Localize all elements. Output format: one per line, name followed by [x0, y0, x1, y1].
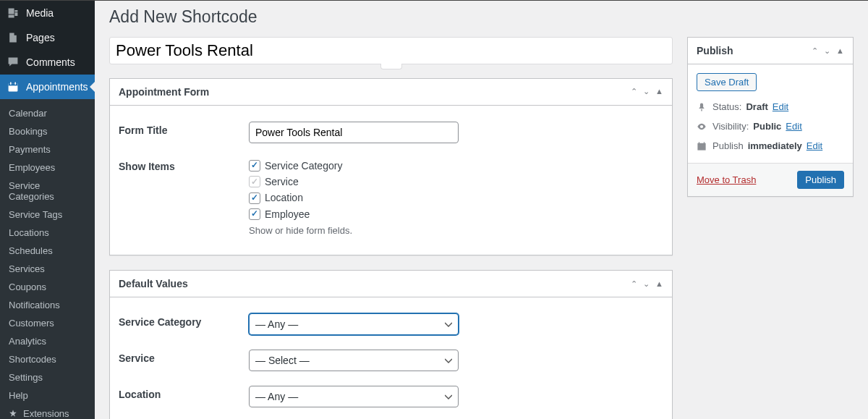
page-title: Add New Shortcode — [109, 1, 854, 30]
publish-button[interactable]: Publish — [797, 171, 844, 189]
collapse-icon[interactable]: ▲ — [836, 46, 844, 56]
submenu-settings[interactable]: Settings — [0, 368, 95, 386]
show-items-label: Show Items — [119, 158, 249, 237]
checkbox-service-category[interactable] — [249, 160, 260, 172]
sidebar-item-pages[interactable]: Pages — [0, 25, 95, 50]
box-title: Appointment Form — [110, 79, 218, 105]
svg-rect-2 — [10, 82, 12, 85]
sidebar-label: Appointments — [26, 81, 88, 93]
show-items-help: Show or hide form fields. — [249, 225, 663, 236]
save-draft-button[interactable]: Save Draft — [697, 73, 757, 91]
submenu-analytics[interactable]: Analytics — [0, 332, 95, 350]
submenu-service-categories[interactable]: Service Categories — [0, 177, 95, 206]
submenu-customers[interactable]: Customers — [0, 314, 95, 332]
edit-schedule-link[interactable]: Edit — [807, 140, 822, 151]
submenu-notifications[interactable]: Notifications — [0, 296, 95, 314]
collapse-icon[interactable]: ▲ — [655, 87, 663, 96]
admin-sidebar: Media Pages Comments Appointments Calend… — [0, 1, 95, 419]
dv-service-category-label: Service Category — [119, 313, 249, 335]
default-values-box: Default Values ⌃ ⌄ ▲ Service Category — … — [109, 270, 673, 419]
move-up-icon[interactable]: ⌃ — [631, 87, 637, 96]
page-icon — [6, 30, 20, 45]
checkbox-service[interactable] — [249, 176, 260, 187]
sidebar-label: Media — [26, 7, 54, 19]
svg-rect-4 — [697, 143, 705, 150]
pin-icon — [697, 102, 708, 112]
checkbox-location[interactable] — [249, 192, 260, 204]
publish-box: Publish ⌃ ⌄ ▲ Save Draft Status: Draft E… — [687, 37, 854, 197]
submenu-locations[interactable]: Locations — [0, 224, 95, 242]
sidebar-item-comments[interactable]: Comments — [0, 50, 95, 75]
submenu-coupons[interactable]: Coupons — [0, 278, 95, 296]
form-title-label: Form Title — [119, 122, 249, 143]
move-up-icon[interactable]: ⌃ — [812, 46, 818, 56]
submenu-calendar[interactable]: Calendar — [0, 104, 95, 122]
sidebar-submenu: Calendar Bookings Payments Employees Ser… — [0, 99, 95, 419]
dv-location-select[interactable]: — Any — — [249, 386, 459, 407]
sidebar-label: Pages — [26, 32, 55, 43]
move-down-icon[interactable]: ⌄ — [824, 46, 830, 56]
checkbox-employee[interactable] — [249, 208, 260, 220]
dv-service-select[interactable]: — Select — — [249, 350, 459, 371]
submenu-payments[interactable]: Payments — [0, 140, 95, 158]
eye-icon — [697, 122, 708, 132]
calendar-icon — [6, 80, 20, 94]
submenu-employees[interactable]: Employees — [0, 158, 95, 177]
submenu-shortcodes[interactable]: Shortcodes — [0, 350, 95, 368]
sidebar-label: Comments — [26, 56, 75, 68]
submenu-service-tags[interactable]: Service Tags — [0, 206, 95, 224]
main-content: Add New Shortcode Appointment Form ⌃ ⌄ ▲… — [95, 1, 868, 419]
move-to-trash-link[interactable]: Move to Trash — [697, 174, 756, 185]
svg-rect-5 — [699, 142, 699, 144]
form-title-input[interactable] — [249, 122, 459, 143]
dv-service-label: Service — [119, 350, 249, 371]
sidebar-item-media[interactable]: Media — [0, 1, 95, 25]
comment-icon — [6, 55, 20, 69]
calendar-icon — [697, 141, 708, 151]
move-up-icon[interactable]: ⌃ — [631, 279, 637, 289]
edit-status-link[interactable]: Edit — [773, 101, 788, 112]
collapse-icon[interactable]: ▲ — [655, 279, 663, 289]
submenu-bookings[interactable]: Bookings — [0, 122, 95, 140]
title-input[interactable] — [109, 37, 673, 64]
submenu-help[interactable]: Help — [0, 386, 95, 405]
media-icon — [6, 6, 20, 20]
svg-rect-1 — [9, 83, 18, 85]
svg-rect-6 — [704, 142, 705, 144]
submenu-services[interactable]: Services — [0, 260, 95, 278]
submenu-schedules[interactable]: Schedules — [0, 242, 95, 260]
svg-rect-3 — [14, 82, 16, 85]
box-title: Publish — [688, 38, 742, 64]
drag-handle-icon[interactable] — [380, 64, 402, 69]
dv-location-label: Location — [119, 386, 249, 407]
move-down-icon[interactable]: ⌄ — [643, 279, 650, 289]
submenu-extensions[interactable]: Extensions — [0, 405, 95, 419]
edit-visibility-link[interactable]: Edit — [786, 121, 801, 132]
sidebar-item-appointments[interactable]: Appointments — [0, 75, 95, 99]
box-title: Default Values — [110, 271, 197, 297]
appointment-form-box: Appointment Form ⌃ ⌄ ▲ Form Title — [109, 78, 673, 256]
extensions-icon — [9, 409, 19, 419]
move-down-icon[interactable]: ⌄ — [643, 87, 650, 96]
dv-service-category-select[interactable]: — Any — — [249, 313, 459, 335]
